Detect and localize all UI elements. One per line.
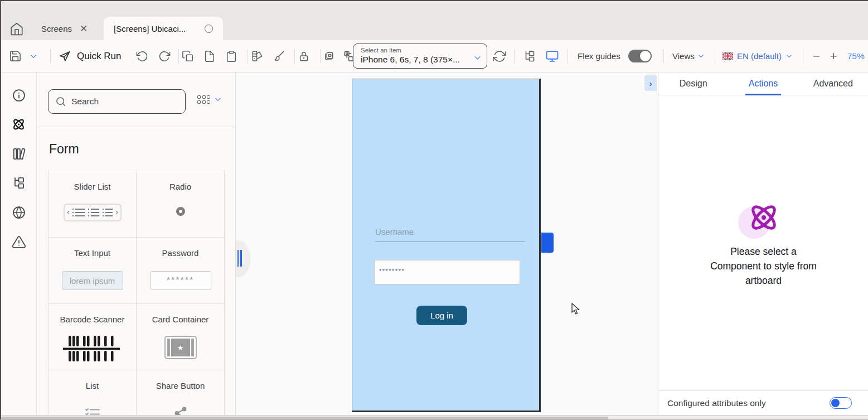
window-edge	[0, 0, 868, 1]
loading-spinner-icon	[205, 25, 213, 33]
radio-icon	[176, 207, 185, 216]
tab-design[interactable]: Design	[658, 73, 728, 95]
chevron-down-icon	[697, 52, 705, 60]
sync-button[interactable]	[493, 50, 506, 63]
component-barcode-scanner[interactable]: Barcode Scanner	[49, 304, 137, 370]
sidebar-item-components[interactable]	[11, 117, 26, 132]
atom-icon	[11, 117, 26, 132]
home-icon	[9, 22, 24, 36]
lock-icon	[298, 50, 310, 62]
username-field[interactable]: Username	[375, 227, 414, 236]
sync-icon	[493, 50, 506, 63]
item-selector-dropdown[interactable]: Select an item iPhone 6, 6s, 7, 8 (375×.…	[353, 44, 487, 69]
swatches-icon	[251, 50, 264, 62]
component-label: Share Button	[156, 381, 205, 390]
undo-button[interactable]	[136, 50, 148, 62]
component-share-button[interactable]: Share Button	[137, 370, 225, 420]
save-options-button[interactable]	[30, 52, 37, 60]
divider	[320, 49, 321, 64]
warning-triangle-icon	[12, 235, 26, 249]
component-password[interactable]: Password ******	[137, 238, 225, 304]
sidebar-item-screen-tree[interactable]	[11, 175, 26, 190]
flex-guides-toggle[interactable]	[628, 50, 652, 62]
component-slider-list[interactable]: Slider List	[49, 171, 137, 238]
login-button[interactable]: Log in	[416, 306, 467, 325]
save-button[interactable]	[9, 50, 22, 62]
chevron-down-icon	[214, 95, 222, 103]
redo-button[interactable]	[158, 50, 171, 62]
globe-icon	[12, 205, 26, 220]
tab-screens-ubicacion[interactable]: [Screens] Ubicaci...	[104, 17, 223, 40]
quick-run-button[interactable]: Quick Run	[58, 50, 121, 63]
zoom-out-button[interactable]: −	[813, 50, 820, 62]
zoom-level: 75%	[847, 51, 865, 61]
phone-artboard[interactable]: Username ******** Log in	[352, 79, 541, 412]
text-input-preview: lorem ipsum	[62, 271, 123, 290]
window-edge	[0, 0, 1, 420]
paste-button[interactable]	[225, 50, 237, 62]
divider	[50, 49, 51, 64]
slider-list-icon	[64, 204, 122, 221]
copy-icon	[182, 50, 194, 62]
left-icon-rail	[0, 73, 37, 420]
component-label: Card Container	[152, 315, 209, 324]
redo-icon	[158, 50, 171, 62]
card-icon: ★	[164, 336, 197, 359]
close-icon[interactable]: ✕	[80, 24, 88, 33]
theme-swatches-button[interactable]	[251, 50, 264, 62]
panel-footer: Configured attributes only	[658, 390, 868, 415]
zoom-in-button[interactable]: +	[830, 50, 837, 62]
preview-monitor-button[interactable]	[545, 49, 559, 63]
screen-tree-icon	[523, 50, 536, 63]
lock-button[interactable]	[298, 50, 310, 62]
component-radio[interactable]: Radio	[137, 171, 225, 238]
empty-state: Please select a Component to style from …	[658, 200, 868, 288]
component-label: Radio	[169, 182, 191, 191]
panel-collapse-button[interactable]: ›	[644, 75, 657, 91]
sidebar-item-globalization[interactable]	[11, 205, 26, 220]
component-text-input[interactable]: Text Input lorem ipsum	[49, 238, 137, 304]
language-dropdown[interactable]: EN (default)	[722, 51, 793, 61]
tab-screens[interactable]: Screens ✕	[31, 17, 98, 40]
main-toolbar: Quick Run	[0, 40, 868, 73]
screen-tree-button[interactable]	[523, 50, 536, 63]
design-canvas[interactable]: Username ******** Log in ›	[236, 73, 658, 420]
language-label: EN (default)	[737, 51, 782, 61]
password-field[interactable]: ********	[374, 260, 520, 284]
divider	[663, 49, 664, 64]
chevron-down-icon	[473, 54, 482, 62]
sidebar-item-library[interactable]	[11, 146, 26, 161]
search-input[interactable]	[48, 89, 186, 114]
flex-guides-label: Flex guides	[578, 51, 620, 61]
sidebar-item-info[interactable]	[11, 88, 26, 103]
divider	[294, 49, 295, 64]
toggle-knob	[640, 51, 651, 61]
component-list[interactable]: List	[49, 370, 137, 420]
paper-plane-icon	[58, 50, 71, 63]
group-button[interactable]	[323, 50, 336, 62]
component-label: List	[86, 381, 99, 390]
paste-icon	[225, 50, 237, 62]
selected-element-handle[interactable]	[541, 233, 554, 253]
divider	[514, 49, 515, 64]
chevron-right-icon: ›	[649, 79, 652, 88]
tab-label: [Screens] Ubicaci...	[114, 24, 186, 33]
copy-button[interactable]	[182, 50, 194, 62]
window-tab-bar: Screens ✕ [Screens] Ubicaci...	[0, 0, 868, 40]
component-card-container[interactable]: Card Container ★	[137, 304, 225, 370]
library-books-icon	[12, 147, 26, 161]
components-panel: Form Slider List	[37, 73, 236, 420]
configured-attributes-toggle[interactable]	[830, 397, 852, 409]
sidebar-item-warnings[interactable]	[11, 234, 26, 249]
component-label: Slider List	[74, 182, 111, 191]
quick-run-label: Quick Run	[77, 51, 121, 62]
tab-advanced[interactable]: Advanced	[798, 73, 868, 95]
undo-icon	[136, 50, 148, 62]
style-brush-button[interactable]	[273, 50, 285, 62]
tab-actions[interactable]: Actions	[728, 73, 798, 95]
home-button[interactable]	[9, 21, 25, 37]
duplicate-button[interactable]	[203, 50, 216, 62]
component-label: Barcode Scanner	[60, 315, 125, 324]
views-dropdown[interactable]: Views	[672, 40, 705, 72]
layout-switcher-button[interactable]	[197, 95, 222, 104]
